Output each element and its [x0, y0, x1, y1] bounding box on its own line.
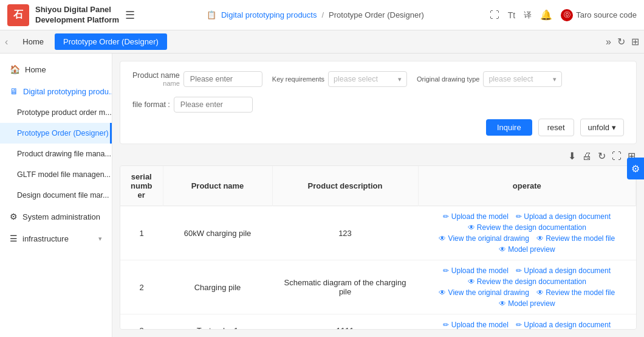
operate-link[interactable]: 👁 Review the design documentation: [468, 223, 586, 232]
tab-prototype-order[interactable]: Prototype Order (Designer): [55, 33, 167, 50]
logo-text: Shiyou Digital Panel Development Platfor…: [35, 5, 119, 26]
tab-bar-left: ‹ Home Prototype Order (Designer): [5, 33, 167, 50]
operate-row: 👁 Model preview: [499, 299, 555, 308]
cell-operate: ✏ Upload the model✏ Upload a design docu…: [418, 314, 636, 330]
filter-original-drawing-field: Original drawing type please select ▾: [417, 71, 562, 87]
col-desc-header: Product description: [272, 166, 418, 206]
infra-expand-icon: ▾: [98, 235, 102, 243]
tab-more-icon[interactable]: »: [606, 36, 611, 47]
sidebar-item-home[interactable]: 🏠 Home: [0, 58, 112, 80]
operate-link[interactable]: 👁 Review the model file: [536, 234, 615, 243]
operate-row: 👁 Review the design documentation: [468, 223, 586, 232]
chevron-left-icon[interactable]: ‹: [5, 36, 8, 47]
tab-refresh-icon[interactable]: ↻: [617, 36, 625, 47]
monitor-icon: 🖥: [10, 86, 18, 96]
filter-panel: Product name name Key requirements pleas…: [120, 61, 637, 144]
table-header-row: serialnumber Product name Product descri…: [120, 166, 636, 206]
tab-bar-right: » ↻ ⊞: [606, 36, 639, 47]
taro-logo: ⓪: [561, 9, 573, 21]
sidebar-item-product-drawing[interactable]: Product drawing file mana...: [0, 144, 112, 164]
filter-product-name-field: Product name name: [132, 71, 262, 87]
cell-product-name: Charging pile: [163, 260, 272, 314]
operate-row: 👁 Review the design documentation: [468, 277, 586, 286]
tab-home[interactable]: Home: [14, 33, 52, 50]
operate-link[interactable]: 👁 Review the model file: [536, 288, 615, 297]
sidebar-item-gltf-model[interactable]: GLTF model file managen...: [0, 164, 112, 185]
operate-link[interactable]: 👁 View the original drawing: [439, 288, 529, 297]
expand-icon[interactable]: ⛶: [490, 10, 499, 21]
original-drawing-label: Original drawing type: [417, 75, 479, 83]
operate-link[interactable]: 👁 Model preview: [499, 245, 555, 254]
taro-source[interactable]: ⓪ Taro source code: [561, 9, 637, 21]
sidebar-item-infrastructure[interactable]: ☰ infrastructure ▾: [0, 228, 112, 249]
operate-row: 👁 View the original drawing👁 Review the …: [439, 234, 615, 243]
key-req-dropdown-icon: ▾: [398, 75, 402, 83]
hamburger-icon[interactable]: ☰: [125, 9, 135, 22]
infra-icon: ☰: [10, 234, 18, 243]
operate-row: 👁 Model preview: [499, 245, 555, 254]
table-row: 160kW charging pile123✏ Upload the model…: [120, 206, 636, 260]
sidebar: 🏠 Home 🖥 Digital prototyping produ... Pr…: [0, 54, 112, 337]
unfold-button[interactable]: unfold ▾: [580, 119, 624, 136]
sidebar-item-prototype-order-designer[interactable]: Prototype Order (Designer): [0, 123, 112, 144]
filter-file-format-field: file format :: [132, 97, 253, 113]
operate-link[interactable]: 👁 View the original drawing: [439, 234, 529, 243]
product-name-input[interactable]: [183, 71, 262, 87]
logo-icon: 石: [7, 4, 29, 26]
content-area: Product name name Key requirements pleas…: [112, 54, 644, 337]
home-icon: 🏠: [10, 64, 20, 74]
operate-link[interactable]: ✏ Upload the model: [443, 212, 508, 221]
print-icon[interactable]: 🖨: [582, 151, 592, 162]
download-icon[interactable]: ⬇: [568, 150, 576, 162]
breadcrumb: 📋 Digital prototyping products / Prototy…: [207, 10, 424, 19]
operate-links: ✏ Upload the model✏ Upload a design docu…: [425, 266, 629, 308]
cell-product-name: Test order 1: [163, 314, 272, 330]
operate-row: ✏ Upload the model✏ Upload a design docu…: [443, 266, 611, 275]
sidebar-item-design-document[interactable]: Design document file mar...: [0, 185, 112, 206]
operate-link[interactable]: ✏ Upload the model: [443, 266, 508, 275]
operate-link[interactable]: ✏ Upload the model: [443, 321, 508, 329]
cell-product-name: 60kW charging pile: [163, 206, 272, 260]
cell-product-desc: 123: [272, 206, 418, 260]
gear-float-button[interactable]: ⚙: [627, 158, 644, 179]
breadcrumb-icon: 📋: [207, 10, 216, 19]
data-table: serialnumber Product name Product descri…: [120, 166, 636, 330]
refresh-icon[interactable]: ↻: [598, 150, 606, 162]
cell-operate: ✏ Upload the model✏ Upload a design docu…: [418, 260, 636, 314]
font-icon[interactable]: Tt: [508, 10, 515, 20]
operate-link[interactable]: ✏ Upload a design document: [516, 266, 611, 275]
operate-links: ✏ Upload the model✏ Upload a design docu…: [425, 212, 629, 254]
main-layout: 🏠 Home 🖥 Digital prototyping produ... Pr…: [0, 54, 644, 337]
key-req-label: Key requirements: [272, 75, 324, 83]
original-drawing-select[interactable]: please select ▾: [483, 71, 562, 87]
sidebar-item-system-admin[interactable]: ⚙ System administration: [0, 206, 112, 228]
translate-icon[interactable]: 译: [524, 10, 532, 21]
file-format-label: file format :: [132, 100, 170, 109]
operate-row: ✏ Upload the model✏ Upload a design docu…: [443, 321, 611, 329]
fullscreen-icon[interactable]: ⛶: [612, 151, 622, 162]
operate-row: ✏ Upload the model✏ Upload a design docu…: [443, 212, 611, 221]
inquire-button[interactable]: Inquire: [486, 119, 532, 136]
cell-operate: ✏ Upload the model✏ Upload a design docu…: [418, 206, 636, 260]
cell-product-desc: 1111: [272, 314, 418, 330]
filter-key-req-field: Key requirements please select ▾: [272, 71, 407, 87]
table-container: serialnumber Product name Product descri…: [120, 165, 637, 330]
operate-links: ✏ Upload the model✏ Upload a design docu…: [425, 321, 629, 330]
operate-link[interactable]: 👁 Model preview: [499, 299, 555, 308]
cell-serial: 3: [120, 314, 163, 330]
operate-link[interactable]: ✏ Upload a design document: [516, 212, 611, 221]
tab-grid-icon[interactable]: ⊞: [631, 36, 639, 47]
sidebar-item-prototype-order-m[interactable]: Prototype product order m...: [0, 102, 112, 123]
operate-link[interactable]: 👁 Review the design documentation: [468, 277, 586, 286]
bell-icon[interactable]: 🔔: [540, 9, 552, 21]
sidebar-item-digital[interactable]: 🖥 Digital prototyping produ...: [0, 80, 112, 102]
reset-button[interactable]: reset: [538, 119, 574, 136]
key-req-select[interactable]: please select ▾: [328, 71, 407, 87]
settings-icon: ⚙: [10, 212, 18, 221]
cell-serial: 2: [120, 260, 163, 314]
operate-link[interactable]: ✏ Upload a design document: [516, 321, 611, 329]
file-format-input[interactable]: [174, 97, 253, 113]
cell-product-desc: Schematic diagram of the charging pile: [272, 260, 418, 314]
operate-row: 👁 View the original drawing👁 Review the …: [439, 288, 615, 297]
logo-area: 石 Shiyou Digital Panel Development Platf…: [7, 4, 141, 26]
